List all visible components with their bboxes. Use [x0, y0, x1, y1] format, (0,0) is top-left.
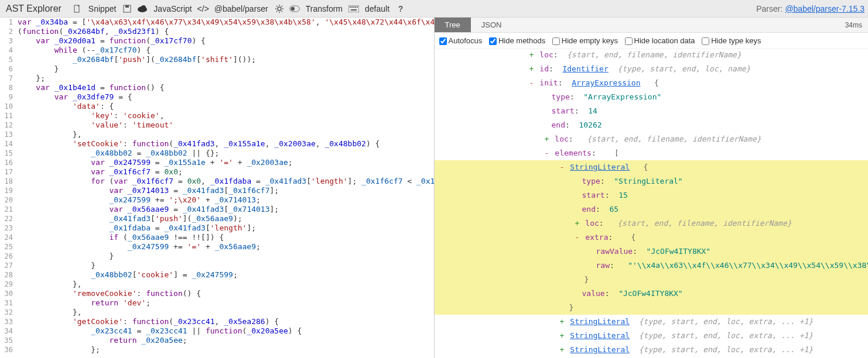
parser-version-link[interactable]: @babel/parser-7.15.3: [785, 4, 864, 13]
cloud-icon[interactable]: [137, 4, 148, 14]
svg-point-7: [291, 6, 295, 11]
output-tabs: Tree JSON 34ms: [435, 18, 869, 33]
expand-icon[interactable]: +: [528, 62, 535, 76]
expand-icon[interactable]: +: [559, 343, 566, 357]
filter-hide-location[interactable]: Hide location data: [625, 36, 695, 45]
collapse-icon[interactable]: -: [544, 146, 551, 160]
keyboard-icon[interactable]: [348, 4, 359, 14]
tab-json[interactable]: JSON: [471, 18, 512, 32]
preset-menu[interactable]: default: [365, 4, 389, 13]
svg-rect-14: [351, 9, 357, 11]
parser-menu[interactable]: @babel/parser: [214, 4, 268, 13]
expand-icon[interactable]: +: [544, 132, 551, 146]
expand-icon[interactable]: +: [528, 49, 535, 62]
svg-rect-10: [351, 6, 353, 8]
toolbar: AST Explorer Snippet JavaScript </> @bab…: [0, 0, 868, 18]
toggle-icon[interactable]: [289, 4, 300, 14]
gear-icon[interactable]: [274, 4, 285, 14]
new-icon[interactable]: [72, 4, 83, 14]
language-menu[interactable]: JavaScript: [153, 4, 192, 13]
source-pane: 1234567891011121314151617181920212223242…: [0, 18, 435, 358]
code-icon: </>: [198, 4, 209, 14]
svg-rect-8: [348, 5, 359, 12]
app-logo[interactable]: AST Explorer: [4, 4, 64, 14]
type-link[interactable]: StringLiteral: [570, 163, 630, 171]
save-icon[interactable]: [122, 4, 132, 14]
svg-rect-12: [355, 6, 356, 8]
transform-menu[interactable]: Transform: [306, 4, 343, 13]
type-link[interactable]: ArrayExpression: [572, 78, 640, 87]
help-icon[interactable]: ?: [395, 4, 406, 14]
collapse-icon[interactable]: -: [574, 230, 581, 245]
filter-bar: Autofocus Hide methods Hide empty keys H…: [435, 33, 869, 49]
svg-point-5: [278, 7, 281, 11]
expand-icon[interactable]: +: [574, 216, 581, 230]
filter-hide-empty[interactable]: Hide empty keys: [552, 36, 618, 45]
filter-hide-type[interactable]: Hide type keys: [702, 36, 761, 45]
svg-rect-9: [350, 6, 351, 8]
expand-icon[interactable]: +: [559, 315, 566, 329]
collapse-icon[interactable]: -: [559, 160, 566, 174]
svg-rect-13: [357, 6, 358, 8]
type-link[interactable]: StringLiteral: [570, 345, 630, 354]
snippet-menu[interactable]: Snippet: [88, 4, 116, 13]
type-link[interactable]: Identifier: [562, 64, 608, 73]
ast-tree[interactable]: + loc: {start, end, filename, identifier…: [435, 49, 869, 357]
parse-time: 34ms: [839, 18, 868, 32]
tab-tree[interactable]: Tree: [435, 18, 471, 32]
type-link[interactable]: StringLiteral: [570, 317, 630, 326]
collapse-icon[interactable]: -: [528, 76, 535, 90]
type-link[interactable]: StringLiteral: [570, 331, 630, 340]
code-editor[interactable]: 1234567891011121314151617181920212223242…: [0, 18, 434, 358]
svg-point-4: [141, 5, 146, 10]
svg-rect-2: [125, 5, 129, 8]
parser-label: Parser:: [756, 4, 782, 13]
filter-hide-methods[interactable]: Hide methods: [489, 36, 545, 45]
expand-icon[interactable]: +: [559, 329, 566, 343]
filter-autofocus[interactable]: Autofocus: [439, 36, 483, 45]
svg-rect-11: [353, 6, 354, 8]
ast-pane: Tree JSON 34ms Autofocus Hide methods Hi…: [435, 18, 869, 358]
